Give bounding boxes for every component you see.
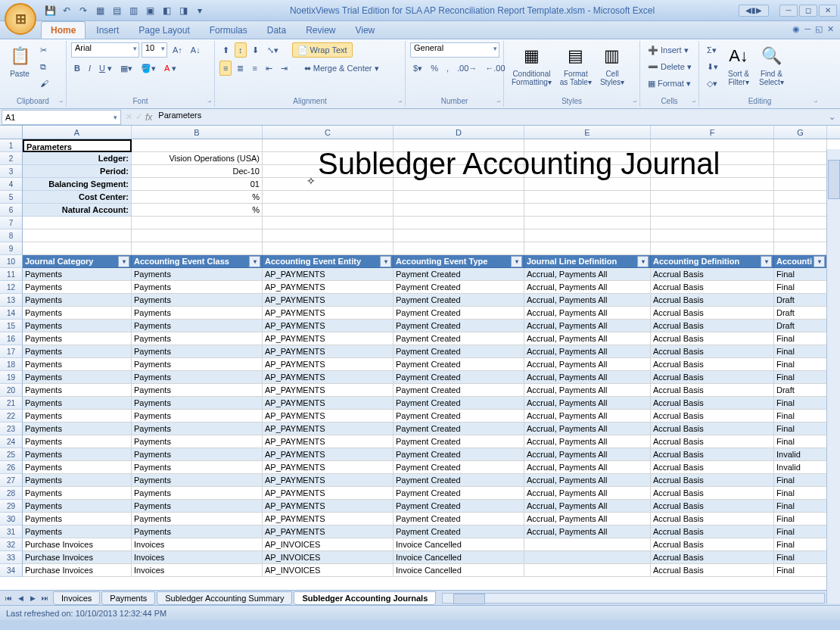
fill-button[interactable]: ⬇▾ [704, 59, 721, 74]
first-sheet-icon[interactable]: ⏮ [3, 593, 14, 603]
table-cell[interactable]: Accrual Basis [651, 487, 774, 500]
find-select-button[interactable]: 🔍Find &Select▾ [756, 42, 787, 88]
table-cell[interactable]: Payments [132, 474, 263, 487]
table-cell[interactable]: AP_PAYMENTS [263, 332, 394, 345]
enter-formula-icon[interactable]: ✓ [135, 112, 142, 122]
param-value[interactable]: Vision Operations (USA) [132, 152, 263, 165]
tab-review[interactable]: Review [297, 22, 344, 39]
sheet-tab[interactable]: Subledger Accounting Summary [157, 591, 292, 605]
cell[interactable] [132, 229, 263, 242]
cell[interactable] [263, 229, 394, 242]
cell[interactable] [524, 242, 651, 255]
table-cell[interactable]: Payments [132, 307, 263, 320]
cell[interactable] [774, 165, 827, 178]
table-cell[interactable]: Final [774, 526, 827, 538]
table-cell[interactable]: Purchase Invoices [23, 538, 132, 551]
table-cell[interactable]: AP_PAYMENTS [263, 371, 394, 384]
cell[interactable] [651, 217, 774, 229]
format-cells-button[interactable]: ▦ Format▾ [645, 76, 695, 91]
table-cell[interactable]: Payments [132, 500, 263, 513]
cell-parameters-title[interactable]: Parameters [23, 139, 132, 152]
table-cell[interactable]: Payments [132, 384, 263, 397]
table-cell[interactable]: AP_PAYMENTS [263, 526, 394, 538]
cell[interactable] [774, 178, 827, 191]
cell[interactable] [394, 242, 524, 255]
italic-button[interactable]: I [86, 61, 94, 76]
table-cell[interactable]: Accrual, Payments All [524, 294, 651, 307]
table-cell[interactable]: Payment Created [394, 526, 524, 538]
font-name-select[interactable]: Arial [71, 42, 139, 58]
cell[interactable] [23, 217, 132, 229]
table-cell[interactable]: Payments [132, 513, 263, 526]
font-color-button[interactable]: A▾ [161, 61, 179, 76]
table-cell[interactable]: Accrual Basis [651, 332, 774, 345]
format-painter-button[interactable]: 🖌 [37, 76, 51, 91]
row-header[interactable]: 30 [0, 513, 23, 526]
table-cell[interactable]: Payments [23, 423, 132, 435]
table-cell[interactable]: Accrual Basis [651, 423, 774, 435]
fill-color-button[interactable]: 🪣▾ [138, 61, 159, 76]
row-header[interactable]: 13 [0, 294, 23, 307]
save-icon[interactable]: 💾 [44, 5, 56, 17]
table-cell[interactable]: Payments [132, 281, 263, 294]
border-button[interactable]: ▦▾ [117, 61, 135, 76]
formula-input[interactable]: Parameters [155, 111, 826, 124]
row-header[interactable]: 2 [0, 152, 23, 165]
row-header[interactable]: 7 [0, 217, 23, 229]
table-cell[interactable]: Payments [132, 358, 263, 371]
cell[interactable] [263, 242, 394, 255]
grow-font-button[interactable]: A↑ [170, 42, 185, 58]
table-cell[interactable]: Payments [132, 332, 263, 345]
increase-indent-button[interactable]: ⇥ [278, 61, 291, 76]
table-cell[interactable]: Invalid [774, 461, 827, 474]
row-header[interactable]: 23 [0, 423, 23, 435]
table-cell[interactable]: AP_PAYMENTS [263, 307, 394, 320]
table-cell[interactable]: Payment Created [394, 371, 524, 384]
table-cell[interactable]: Payments [23, 384, 132, 397]
comma-button[interactable]: , [443, 61, 452, 76]
table-cell[interactable]: Payment Created [394, 268, 524, 281]
table-cell[interactable]: Payments [23, 345, 132, 358]
table-cell[interactable] [524, 551, 651, 564]
underline-button[interactable]: U▾ [96, 61, 115, 76]
row-header[interactable]: 5 [0, 191, 23, 204]
param-label[interactable]: Balancing Segment: [23, 178, 132, 191]
table-cell[interactable]: Payment Created [394, 358, 524, 371]
table-cell[interactable]: Accrual, Payments All [524, 384, 651, 397]
row-header[interactable]: 17 [0, 345, 23, 358]
table-cell[interactable]: Payment Created [394, 320, 524, 332]
table-cell[interactable]: Accrual Basis [651, 320, 774, 332]
column-header[interactable]: G [774, 126, 827, 139]
tab-home[interactable]: Home [41, 21, 86, 39]
align-center-button[interactable]: ≣ [234, 61, 247, 76]
vertical-scrollbar[interactable] [826, 149, 840, 603]
row-header[interactable]: 27 [0, 474, 23, 487]
table-cell[interactable]: Payment Created [394, 384, 524, 397]
row-header[interactable]: 28 [0, 487, 23, 500]
row-header[interactable]: 3 [0, 165, 23, 178]
copy-button[interactable]: ⧉ [37, 59, 51, 74]
table-cell[interactable]: Payments [132, 345, 263, 358]
table-cell[interactable]: Accrual, Payments All [524, 332, 651, 345]
worksheet-area[interactable]: ABCDEFG 1Parameters2Ledger:Vision Operat… [0, 126, 840, 590]
table-header[interactable]: Accounting Event Type [394, 255, 524, 268]
table-cell[interactable]: Payments [23, 513, 132, 526]
tab-page-layout[interactable]: Page Layout [129, 22, 198, 39]
table-cell[interactable]: Invoices [132, 538, 263, 551]
shrink-font-button[interactable]: A↓ [188, 42, 204, 58]
sheet-tab[interactable]: Payments [101, 591, 155, 605]
row-header[interactable]: 6 [0, 204, 23, 217]
qat-icon[interactable]: ▥ [127, 5, 139, 17]
select-all-button[interactable] [0, 126, 23, 139]
param-label[interactable]: Natural Account: [23, 204, 132, 217]
table-cell[interactable]: Accrual, Payments All [524, 526, 651, 538]
row-header[interactable]: 11 [0, 268, 23, 281]
cell[interactable] [524, 204, 651, 217]
clear-button[interactable]: ◇▾ [704, 76, 721, 91]
bold-button[interactable]: B [71, 61, 83, 76]
table-cell[interactable]: Payments [23, 448, 132, 461]
table-cell[interactable]: Payments [23, 435, 132, 448]
table-cell[interactable]: Accrual Basis [651, 448, 774, 461]
table-cell[interactable]: AP_INVOICES [263, 538, 394, 551]
table-cell[interactable]: Payments [132, 371, 263, 384]
